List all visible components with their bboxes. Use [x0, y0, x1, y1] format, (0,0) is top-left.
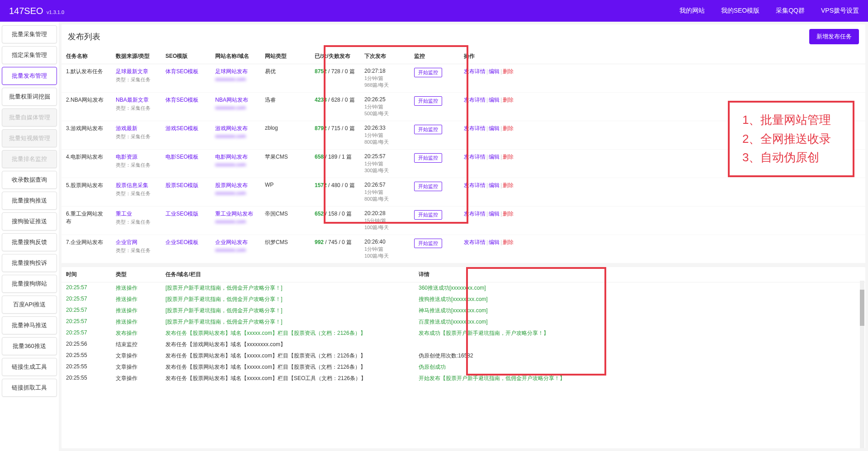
sidebar-item-10[interactable]: 批量搜狗反馈	[2, 233, 57, 251]
new-task-button[interactable]: 新增发布任务	[809, 29, 859, 44]
site-link[interactable]: 重工业网站发布	[215, 211, 253, 217]
nav-qq-group[interactable]: 采集QQ群	[776, 7, 805, 15]
template-link[interactable]: 股票SEO模版	[165, 182, 198, 188]
op-delete[interactable]: 删除	[503, 68, 514, 75]
nav-seo-template[interactable]: 我的SEO模版	[721, 7, 760, 15]
sidebar-item-3[interactable]: 批量权重词挖掘	[2, 88, 57, 106]
template-link[interactable]: 体育SEO模板	[165, 97, 198, 103]
op-delete[interactable]: 删除	[503, 211, 514, 217]
sidebar-item-15[interactable]: 批量360推送	[2, 337, 57, 355]
op-delete[interactable]: 删除	[503, 239, 514, 245]
log-row: 20:25:57推送操作[股票开户新手避坑指南，低佣金开户攻略分享！]百度推送成…	[61, 316, 865, 328]
col-3: 网站名称/域名	[211, 49, 260, 64]
nav-vps[interactable]: VPS拨号设置	[821, 7, 859, 15]
template-link[interactable]: 体育SEO模板	[165, 68, 198, 75]
site-link[interactable]: NBA网站发布	[215, 97, 248, 103]
sidebar-item-16[interactable]: 链接生成工具	[2, 358, 57, 376]
sidebar-item-2[interactable]: 批量发布管理	[2, 67, 57, 85]
log-scrollbar[interactable]	[860, 281, 864, 448]
source-link[interactable]: 股票信息采集	[116, 182, 148, 188]
op-detail[interactable]: 发布详情	[464, 182, 486, 188]
op-edit[interactable]: 编辑	[489, 182, 500, 188]
scrollbar-thumb[interactable]	[860, 290, 864, 326]
sidebar-item-13[interactable]: 百度API推送	[2, 296, 57, 314]
log-row: 20:25:55文章操作发布任务【股票网站发布】域名【xxxxx.com】栏目【…	[61, 350, 865, 362]
log-row: 20:25:57推送操作[股票开户新手避坑指南，低佣金开户攻略分享！]搜狗推送成…	[61, 294, 865, 305]
log-table: 时间类型任务/域名/栏目详情 20:25:57推送操作[股票开户新手避坑指南，低…	[61, 267, 865, 384]
op-detail[interactable]: 发布详情	[464, 211, 486, 217]
annotation-callout: 1、批量网站管理 2、全网推送收录 3、自动伪原创	[728, 101, 854, 177]
brand-title: 147SEO	[9, 6, 43, 16]
site-link[interactable]: 企业网站发布	[215, 239, 248, 245]
monitor-button[interactable]: 开始监控	[414, 68, 442, 77]
sidebar-item-6: 批量排名监控	[2, 150, 57, 168]
sidebar-item-12[interactable]: 批量搜狗绑站	[2, 275, 57, 293]
col-7: 监控	[410, 49, 459, 64]
op-delete[interactable]: 删除	[503, 154, 514, 160]
op-edit[interactable]: 编辑	[489, 97, 500, 103]
sidebar-item-8[interactable]: 批量搜狗推送	[2, 192, 57, 210]
monitor-button[interactable]: 开始监控	[414, 182, 442, 191]
template-link[interactable]: 企业SEO模板	[165, 239, 198, 245]
table-row: 6.重工业网站发布重工业类型：采集任务工业SEO模版重工业网站发布xxxxxxx…	[61, 207, 865, 235]
source-link[interactable]: 足球最新文章	[116, 68, 148, 75]
site-link[interactable]: 足球网站发布	[215, 68, 248, 75]
source-link[interactable]: 游戏最新	[116, 125, 137, 132]
log-col-1: 类型	[111, 267, 161, 282]
op-delete[interactable]: 删除	[503, 125, 514, 132]
site-link[interactable]: 电影网站发布	[215, 154, 248, 160]
log-col-0: 时间	[61, 267, 111, 282]
op-detail[interactable]: 发布详情	[464, 97, 486, 103]
op-detail[interactable]: 发布详情	[464, 239, 486, 245]
template-link[interactable]: 电影SEO模板	[165, 154, 198, 160]
table-row: 1.默认发布任务足球最新文章类型：采集任务体育SEO模板足球网站发布xxxxxx…	[61, 64, 865, 93]
sidebar-item-9[interactable]: 搜狗验证推送	[2, 212, 57, 230]
log-panel: 时间类型任务/域名/栏目详情 20:25:57推送操作[股票开户新手避坑指南，低…	[61, 267, 865, 448]
sidebar-item-7[interactable]: 收录数据查询	[2, 171, 57, 189]
app-header: 147SEO v1.3.1.0 我的网站 我的SEO模版 采集QQ群 VPS拨号…	[0, 0, 868, 22]
sidebar-item-1[interactable]: 指定采集管理	[2, 46, 57, 64]
log-row: 20:25:57发布操作发布任务【股票网站发布】域名【xxxxx.com】栏目【…	[61, 328, 865, 339]
panel-title: 发布列表	[68, 31, 100, 42]
monitor-button[interactable]: 开始监控	[414, 125, 442, 134]
op-edit[interactable]: 编辑	[489, 125, 500, 132]
col-6: 下次发布	[360, 49, 410, 64]
col-5: 已/未/失败发布	[310, 49, 360, 64]
template-link[interactable]: 工业SEO模版	[165, 211, 198, 217]
op-detail[interactable]: 发布详情	[464, 125, 486, 132]
sidebar-item-11[interactable]: 批量搜狗投诉	[2, 254, 57, 272]
sidebar-item-5: 批量短视频管理	[2, 129, 57, 147]
op-edit[interactable]: 编辑	[489, 211, 500, 217]
site-link[interactable]: 游戏网站发布	[215, 125, 248, 132]
op-edit[interactable]: 编辑	[489, 239, 500, 245]
sidebar-item-0[interactable]: 批量采集管理	[2, 25, 57, 43]
col-8: 操作	[459, 49, 865, 64]
source-link[interactable]: 重工业	[116, 211, 132, 217]
op-detail[interactable]: 发布详情	[464, 68, 486, 75]
log-col-3: 详情	[414, 267, 865, 282]
sidebar-item-17[interactable]: 链接抓取工具	[2, 379, 57, 397]
op-edit[interactable]: 编辑	[489, 154, 500, 160]
site-link[interactable]: 股票网站发布	[215, 182, 248, 188]
monitor-button[interactable]: 开始监控	[414, 239, 442, 248]
op-delete[interactable]: 删除	[503, 97, 514, 103]
op-detail[interactable]: 发布详情	[464, 154, 486, 160]
source-link[interactable]: 企业官网	[116, 239, 137, 245]
col-4: 网站类型	[260, 49, 310, 64]
col-2: SEO模版	[161, 49, 211, 64]
op-delete[interactable]: 删除	[503, 182, 514, 188]
monitor-button[interactable]: 开始监控	[414, 96, 442, 106]
top-nav: 我的网站 我的SEO模版 采集QQ群 VPS拨号设置	[679, 7, 859, 15]
op-edit[interactable]: 编辑	[489, 68, 500, 75]
sidebar-item-14[interactable]: 批量神马推送	[2, 316, 57, 334]
log-row: 20:25:55文章操作发布任务【股票网站发布】域名【xxxxx.com】栏目【…	[61, 373, 865, 384]
source-link[interactable]: 电影资源	[116, 154, 137, 160]
source-link[interactable]: NBA最新文章	[116, 97, 149, 103]
nav-mysite[interactable]: 我的网站	[679, 7, 705, 15]
log-row: 20:25:55文章操作发布任务【股票网站发布】域名【xxxxx.com】栏目【…	[61, 362, 865, 373]
template-link[interactable]: 游戏SEO模板	[165, 125, 198, 132]
monitor-button[interactable]: 开始监控	[414, 153, 442, 163]
sidebar-item-4: 批量自媒体管理	[2, 108, 57, 127]
log-row: 20:25:57推送操作[股票开户新手避坑指南，低佣金开户攻略分享！]360推送…	[61, 282, 865, 294]
monitor-button[interactable]: 开始监控	[414, 210, 442, 220]
